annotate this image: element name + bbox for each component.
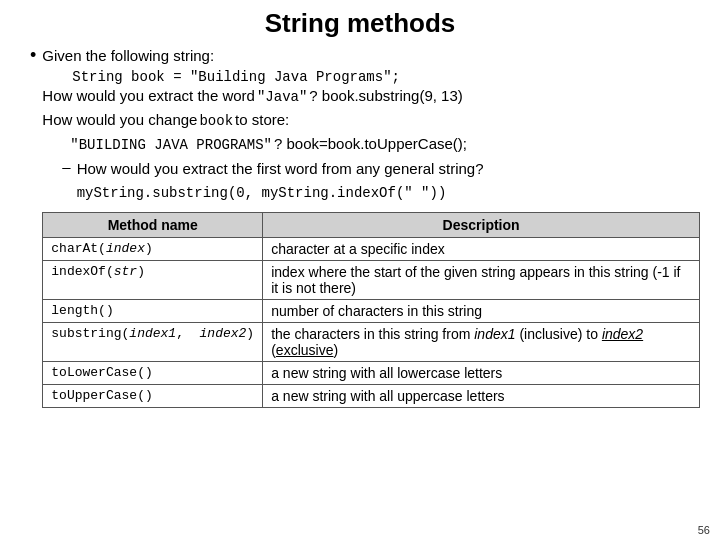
line2-code: "Java" [257,87,307,107]
table-header-row: Method name Description [43,212,700,237]
method-charat: charAt(index) [43,237,263,260]
extract-java-line: How would you extract the word "Java" ? … [42,85,700,107]
line4-code: "BUILDING JAVA PROGRAMS" [70,135,272,155]
line4-suffix: ? book=book.toUpperCase(); [274,133,467,155]
building-line: "BUILDING JAVA PROGRAMS" ? book=book.toU… [70,133,700,155]
intro-line: Given the following string: [42,45,700,67]
intro-text: Given the following string: [42,47,214,64]
bullet-content: Given the following string: String book … [42,45,700,408]
col-description: Description [263,212,700,237]
method-length: length() [43,299,263,322]
desc-length: number of characters in this string [263,299,700,322]
table-row: toLowerCase() a new string with all lowe… [43,361,700,384]
line3-prefix: How would you change [42,109,197,131]
table-row: substring(index1, index2) the characters… [43,322,700,361]
method-touppercase: toUpperCase() [43,384,263,407]
col-method-name: Method name [43,212,263,237]
method-substring: substring(index1, index2) [43,322,263,361]
method-tolowercase: toLowerCase() [43,361,263,384]
desc-charat: character at a specific index [263,237,700,260]
table-row: length() number of characters in this st… [43,299,700,322]
table-row: indexOf(str) index where the start of th… [43,260,700,299]
line3-suffix: to store: [235,109,289,131]
line2-suffix: ? book.substring(9, 13) [309,85,462,107]
methods-table: Method name Description charAt(index) ch… [42,212,700,408]
bullet-dot: • [30,45,36,66]
dash-content: How would you extract the first word fro… [77,158,484,206]
desc-substring: the characters in this string from index… [263,322,700,361]
method-indexof: indexOf(str) [43,260,263,299]
dash-item: – How would you extract the first word f… [62,158,700,206]
table-row: toUpperCase() a new string with all uppe… [43,384,700,407]
table-row: charAt(index) character at a specific in… [43,237,700,260]
desc-touppercase: a new string with all uppercase letters [263,384,700,407]
dash-text: How would you extract the first word fro… [77,158,484,180]
dash-symbol: – [62,158,70,175]
line2-prefix: How would you extract the word [42,85,255,107]
page-number: 56 [698,524,710,536]
dash-code-text: myString.substring(0, myString.indexOf("… [77,185,447,201]
desc-indexof: index where the start of the given strin… [263,260,700,299]
code-line1: String book = "Building Java Programs"; [72,69,700,85]
desc-tolowercase: a new string with all lowercase letters [263,361,700,384]
content-section: • Given the following string: String boo… [30,45,700,408]
page-title: String methods [20,8,700,39]
dash-code: myString.substring(0, myString.indexOf("… [77,181,484,203]
change-book-line: How would you change book to store: [42,109,700,131]
line3-code: book [199,111,233,131]
